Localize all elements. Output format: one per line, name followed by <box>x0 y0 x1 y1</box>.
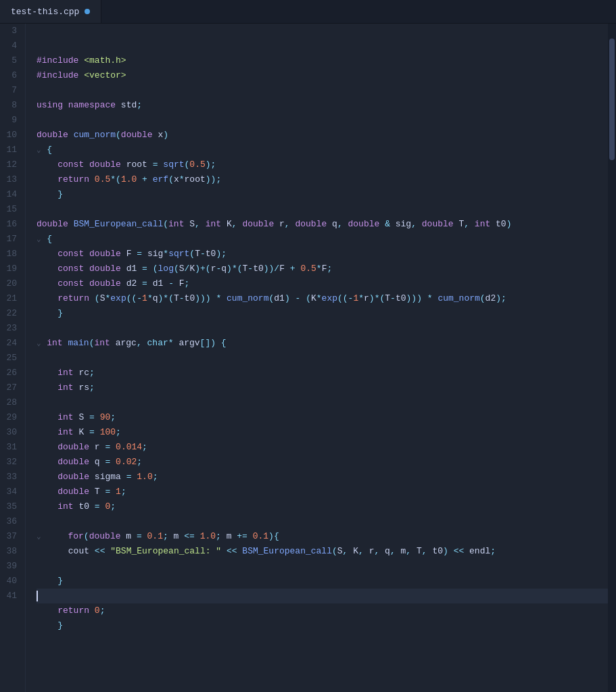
code-line: const double d2 = d1 - F; <box>37 276 608 291</box>
code-content: const double root = sqrt(0.5); <box>37 157 216 172</box>
tab-test-cpp[interactable]: test-this.cpp <box>0 0 101 23</box>
line-number: 22 <box>5 306 17 321</box>
line-number: 36 <box>5 514 17 529</box>
fold-indicator[interactable]: ⌄ <box>37 232 45 247</box>
code-content: const double d1 = (log(S/K)+(r-q)*(T-t0)… <box>37 262 332 276</box>
line-number: 40 <box>5 574 17 589</box>
editor-window: test-this.cpp 34567891011121314151617181… <box>0 0 616 692</box>
code-line: using namespace std; <box>37 98 608 113</box>
code-editor[interactable]: #include <math.h>#include <vector>using … <box>26 24 608 692</box>
line-number: 19 <box>5 262 17 276</box>
line-number: 6 <box>5 68 17 83</box>
code-line: double cum_norm(double x) <box>37 128 608 143</box>
line-number: 23 <box>5 321 17 336</box>
tab-bar: test-this.cpp <box>0 0 616 24</box>
line-number: 25 <box>5 351 17 366</box>
code-content: int t0 = 0; <box>37 499 116 514</box>
code-content: cout << "BSM_European_call: " << BSM_Eur… <box>37 544 496 559</box>
editor-area: 3456789101112131415161718192021222324252… <box>0 24 616 692</box>
code-content: double T = 1; <box>37 485 126 499</box>
code-line: double r = 0.014; <box>37 440 608 455</box>
code-line: const double F = sig*sqrt(T-t0); <box>37 247 608 262</box>
code-content: double q = 0.02; <box>37 455 142 470</box>
code-content: int K = 100; <box>37 425 121 440</box>
code-line <box>37 559 608 574</box>
code-line <box>37 113 608 128</box>
line-number: 30 <box>5 425 17 440</box>
line-number: 4 <box>5 39 17 53</box>
code-line: int S = 90; <box>37 410 608 425</box>
code-line <box>37 589 608 603</box>
code-line: return (S*exp((-1*q)*(T-t0))) * cum_norm… <box>37 291 608 306</box>
code-line: return 0; <box>37 603 608 618</box>
scrollbar-thumb[interactable] <box>609 39 615 160</box>
line-number: 24 <box>5 336 17 351</box>
code-content: return 0.5*(1.0 + erf(x*root)); <box>37 172 221 187</box>
code-line: double q = 0.02; <box>37 455 608 470</box>
code-line <box>37 395 608 410</box>
line-number: 15 <box>5 202 17 217</box>
code-content: int rs; <box>37 380 95 395</box>
code-line: const double d1 = (log(S/K)+(r-q)*(T-t0)… <box>37 262 608 276</box>
line-number: 18 <box>5 247 17 262</box>
code-line <box>37 321 608 336</box>
line-number: 12 <box>5 157 17 172</box>
line-number: 13 <box>5 172 17 187</box>
code-line: cout << "BSM_European_call: " << BSM_Eur… <box>37 544 608 559</box>
code-content: { <box>47 143 52 157</box>
code-content: } <box>37 187 63 202</box>
line-number: 26 <box>5 366 17 380</box>
code-content: } <box>37 618 63 633</box>
line-number: 35 <box>5 499 17 514</box>
code-line: } <box>37 306 608 321</box>
code-line: #include <vector> <box>37 68 608 83</box>
code-content: using namespace std; <box>37 98 142 113</box>
line-number: 7 <box>5 83 17 98</box>
line-number: 27 <box>5 380 17 395</box>
fold-indicator[interactable]: ⌄ <box>37 529 45 544</box>
code-line: #include <math.h> <box>37 53 608 68</box>
code-line: ⌄ { <box>37 232 608 247</box>
code-line <box>37 351 608 366</box>
vertical-scrollbar[interactable] <box>608 24 616 692</box>
code-content: #include <math.h> <box>37 53 126 68</box>
code-content: } <box>37 574 63 589</box>
line-number: 21 <box>5 291 17 306</box>
line-number: 34 <box>5 485 17 499</box>
code-line: double sigma = 1.0; <box>37 470 608 485</box>
code-line: ⌄ for(double m = 0.1; m <= 1.0; m += 0.1… <box>37 529 608 544</box>
code-content: #include <vector> <box>37 68 126 83</box>
code-line: double T = 1; <box>37 485 608 499</box>
line-number: 9 <box>5 113 17 128</box>
code-content: const double d2 = d1 - F; <box>37 276 189 291</box>
code-content: return (S*exp((-1*q)*(T-t0))) * cum_norm… <box>37 291 506 306</box>
line-number: 17 <box>5 232 17 247</box>
line-number: 39 <box>5 559 17 574</box>
code-line <box>37 514 608 529</box>
code-content: double sigma = 1.0; <box>37 470 158 485</box>
line-number: 38 <box>5 544 17 559</box>
code-line: return 0.5*(1.0 + erf(x*root)); <box>37 172 608 187</box>
code-line: int t0 = 0; <box>37 499 608 514</box>
tab-label: test-this.cpp <box>11 7 79 17</box>
fold-indicator[interactable]: ⌄ <box>37 336 45 351</box>
code-content: { <box>47 232 52 247</box>
code-content: double cum_norm(double x) <box>37 128 168 143</box>
code-line: } <box>37 187 608 202</box>
line-number: 5 <box>5 53 17 68</box>
line-number: 37 <box>5 529 17 544</box>
line-numbers-gutter: 3456789101112131415161718192021222324252… <box>0 24 26 692</box>
code-line: } <box>37 618 608 633</box>
code-line <box>37 202 608 217</box>
code-line <box>37 83 608 98</box>
code-content: const double F = sig*sqrt(T-t0); <box>37 247 227 262</box>
line-number: 20 <box>5 276 17 291</box>
code-line: } <box>37 574 608 589</box>
line-number: 32 <box>5 455 17 470</box>
line-number: 16 <box>5 217 17 232</box>
tab-modified-dot <box>85 9 90 14</box>
fold-indicator[interactable]: ⌄ <box>37 143 45 157</box>
line-number: 14 <box>5 187 17 202</box>
code-content: return 0; <box>37 603 105 618</box>
line-number: 28 <box>5 395 17 410</box>
